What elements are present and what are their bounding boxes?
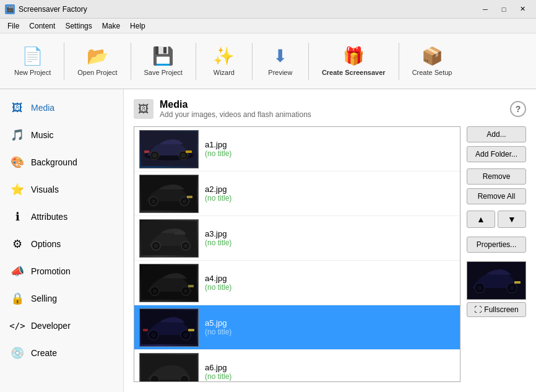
sidebar-item-attributes[interactable]: ℹ Attributes [0, 203, 123, 230]
toolbar-sep-5 [308, 43, 309, 80]
sidebar-background-label: Background [31, 157, 77, 167]
titlebar: 🎬 Screensaver Factory ─ □ ✕ [0, 0, 536, 19]
open-project-icon: 📂 [87, 46, 108, 66]
maximize-button[interactable]: □ [495, 2, 512, 16]
create-setup-label: Create Setup [412, 69, 452, 76]
mi-filename-2: a2.jpg [205, 185, 231, 194]
create-setup-icon: 📦 [421, 46, 443, 66]
mi-title-4: (no title) [205, 283, 231, 292]
sidebar-item-create[interactable]: 💿 Create [0, 339, 123, 367]
toolbar: 📄 New Project 📂 Open Project 💾 Save Proj… [0, 33, 536, 89]
media-item-2[interactable]: a2.jpg (no title) [134, 172, 460, 216]
sidebar-item-developer[interactable]: </> Developer [0, 312, 123, 339]
svg-point-28 [151, 333, 156, 338]
sidebar-item-visuals[interactable]: ⭐ Visuals [0, 176, 123, 203]
open-project-button[interactable]: 📂 Open Project [71, 39, 124, 84]
sidebar-item-promotion[interactable]: 📣 Promotion [0, 258, 123, 285]
app-icon: 🎬 [5, 4, 15, 14]
wizard-icon: ✨ [213, 46, 235, 66]
content-panel: 🖼 Media Add your images, videos and flas… [124, 89, 536, 392]
move-up-button[interactable]: ▲ [467, 211, 495, 228]
media-list[interactable]: a1.jpg (no title) [134, 127, 460, 381]
properties-button[interactable]: Properties... [467, 237, 526, 253]
media-item-1[interactable]: a1.jpg (no title) [134, 127, 460, 172]
media-item-4[interactable]: a4.jpg (no title) [134, 261, 460, 305]
visuals-icon: ⭐ [10, 182, 25, 197]
developer-icon: </> [10, 318, 25, 333]
fullscreen-icon: ⛶ [474, 305, 482, 314]
save-project-button[interactable]: 💾 Save Project [137, 39, 189, 84]
content-subtitle: Add your images, videos and flash animat… [160, 110, 311, 119]
mi-filename-4: a4.jpg [205, 274, 231, 283]
sidebar-item-music[interactable]: 🎵 Music [0, 121, 123, 149]
create-setup-button[interactable]: 📦 Create Setup [405, 39, 459, 84]
add-folder-button[interactable]: Add Folder... [467, 146, 526, 162]
menu-make[interactable]: Make [97, 20, 125, 32]
preview-section: ⛶ Fullscreen [467, 261, 526, 317]
mi-title-1: (no title) [205, 149, 231, 158]
mi-title-5: (no title) [205, 328, 231, 336]
mi-filename-6: a6.jpg [205, 363, 231, 372]
sidebar-item-options[interactable]: ⚙ Options [0, 230, 123, 258]
svg-point-18 [184, 244, 188, 248]
sidebar-item-background[interactable]: 🎨 Background [0, 149, 123, 176]
svg-rect-13 [187, 196, 192, 198]
app-title: Screensaver Factory [19, 5, 477, 14]
svg-point-10 [152, 199, 156, 204]
save-project-label: Save Project [144, 69, 183, 76]
car-thumb-5 [140, 309, 198, 346]
remove-all-button[interactable]: Remove All [467, 188, 526, 204]
menu-settings[interactable]: Settings [60, 20, 97, 32]
save-project-icon: 💾 [152, 46, 174, 66]
minimize-button[interactable]: ─ [477, 2, 494, 16]
car-thumb-1 [140, 131, 198, 168]
new-project-button[interactable]: 📄 New Project [7, 39, 58, 84]
right-panel: Add... Add Folder... Remove Remove All ▲… [467, 126, 526, 382]
media-thumb-1 [139, 130, 199, 168]
close-button[interactable]: ✕ [514, 2, 531, 16]
menu-content[interactable]: Content [24, 20, 60, 32]
svg-rect-24 [188, 285, 194, 287]
add-button[interactable]: Add... [467, 126, 526, 142]
sidebar-developer-label: Developer [31, 321, 71, 331]
mi-info-1: a1.jpg (no title) [205, 140, 231, 158]
preview-button[interactable]: ⬇ Preview [259, 39, 302, 84]
open-project-label: Open Project [77, 69, 117, 76]
fullscreen-label: Fullscreen [484, 305, 518, 314]
move-down-button[interactable]: ▼ [498, 211, 526, 228]
window-controls: ─ □ ✕ [477, 2, 531, 16]
sidebar-selling-label: Selling [31, 294, 57, 303]
mi-title-2: (no title) [205, 194, 231, 203]
menubar: File Content Settings Make Help [0, 19, 536, 33]
media-item-3[interactable]: a3.jpg (no title) [134, 216, 460, 261]
svg-point-30 [183, 333, 188, 338]
mi-filename-3: a3.jpg [205, 229, 231, 238]
sidebar-item-selling[interactable]: 🔒 Selling [0, 285, 123, 312]
menu-help[interactable]: Help [125, 20, 150, 32]
selling-icon: 🔒 [10, 291, 25, 306]
wizard-label: Wizard [214, 69, 235, 76]
fullscreen-button[interactable]: ⛶ Fullscreen [467, 302, 526, 317]
help-button[interactable]: ? [510, 101, 526, 117]
mi-filename-5: a5.jpg [205, 318, 231, 328]
remove-button[interactable]: Remove [467, 168, 526, 185]
sidebar-item-media[interactable]: 🖼 Media [0, 94, 123, 121]
svg-rect-32 [143, 329, 148, 331]
media-thumb-3 [139, 219, 199, 258]
media-item-6[interactable]: a6.jpg (no title) [134, 350, 460, 381]
media-item-5[interactable]: a5.jpg (no title) [134, 305, 460, 350]
create-screensaver-button[interactable]: 🎁 Create Screensaver [315, 39, 392, 84]
media-thumb-5 [139, 308, 199, 347]
menu-file[interactable]: File [2, 20, 24, 32]
car-thumb-4 [140, 264, 198, 302]
mi-title-3: (no title) [205, 238, 231, 247]
sidebar-create-label: Create [31, 348, 57, 358]
wizard-button[interactable]: ✨ Wizard [202, 39, 246, 84]
mi-info-3: a3.jpg (no title) [205, 229, 231, 247]
svg-rect-7 [144, 150, 149, 153]
car-thumb-3 [140, 220, 198, 257]
preview-label: Preview [268, 69, 292, 76]
mi-filename-1: a1.jpg [205, 140, 231, 149]
toolbar-sep-1 [64, 43, 64, 80]
svg-point-23 [184, 289, 188, 294]
